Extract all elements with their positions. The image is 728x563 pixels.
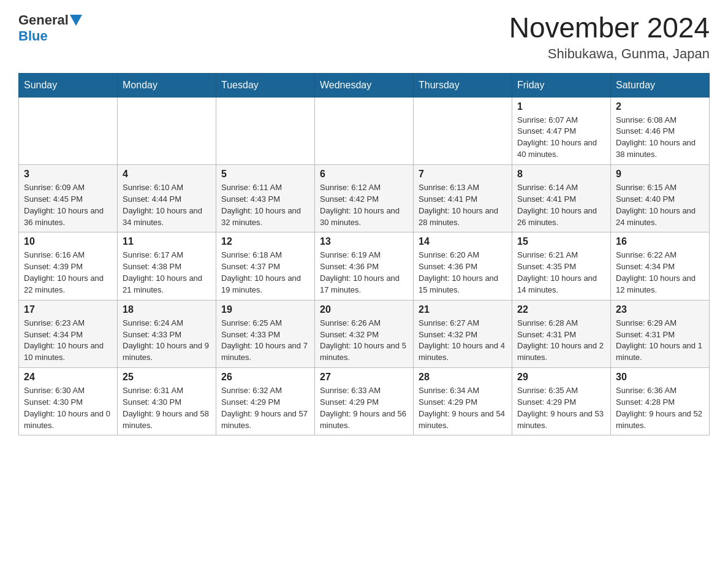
day-number: 26 [221,372,309,383]
day-number: 30 [616,372,704,383]
day-number: 29 [517,372,605,383]
page-header: General Blue November 2024 Shibukawa, Gu… [18,12,710,62]
day-number: 18 [123,304,211,315]
day-info: Sunrise: 6:16 AMSunset: 4:39 PMDaylight:… [24,250,112,296]
calendar-day-cell: 24Sunrise: 6:30 AMSunset: 4:30 PMDayligh… [19,368,118,435]
day-number: 10 [24,236,112,247]
calendar-day-cell: 13Sunrise: 6:19 AMSunset: 4:36 PMDayligh… [315,232,414,300]
calendar-day-cell: 3Sunrise: 6:09 AMSunset: 4:45 PMDaylight… [19,164,118,232]
day-info: Sunrise: 6:23 AMSunset: 4:34 PMDaylight:… [24,318,112,364]
calendar-day-cell: 12Sunrise: 6:18 AMSunset: 4:37 PMDayligh… [216,232,315,300]
calendar-day-cell: 11Sunrise: 6:17 AMSunset: 4:38 PMDayligh… [118,232,216,300]
day-info: Sunrise: 6:25 AMSunset: 4:33 PMDaylight:… [221,318,309,364]
weekday-header-wednesday: Wednesday [315,73,414,97]
calendar-body: 1Sunrise: 6:07 AMSunset: 4:47 PMDaylight… [19,97,710,435]
calendar-day-cell: 17Sunrise: 6:23 AMSunset: 4:34 PMDayligh… [19,300,118,367]
day-info: Sunrise: 6:12 AMSunset: 4:42 PMDaylight:… [320,182,408,228]
day-number: 9 [616,169,704,180]
calendar-day-cell: 15Sunrise: 6:21 AMSunset: 4:35 PMDayligh… [512,232,611,300]
calendar-day-cell: 25Sunrise: 6:31 AMSunset: 4:30 PMDayligh… [118,368,216,435]
calendar-header: SundayMondayTuesdayWednesdayThursdayFrid… [19,73,710,97]
day-info: Sunrise: 6:11 AMSunset: 4:43 PMDaylight:… [221,182,309,228]
calendar-day-cell: 7Sunrise: 6:13 AMSunset: 4:41 PMDaylight… [414,164,512,232]
calendar-day-cell: 8Sunrise: 6:14 AMSunset: 4:41 PMDaylight… [512,164,611,232]
day-number: 22 [517,304,605,315]
day-info: Sunrise: 6:24 AMSunset: 4:33 PMDaylight:… [123,318,211,364]
calendar-day-cell: 19Sunrise: 6:25 AMSunset: 4:33 PMDayligh… [216,300,315,367]
logo-triangle-icon [70,15,82,26]
day-number: 27 [320,372,408,383]
calendar-day-cell [216,97,315,164]
calendar-day-cell: 30Sunrise: 6:36 AMSunset: 4:28 PMDayligh… [611,368,710,435]
day-info: Sunrise: 6:28 AMSunset: 4:31 PMDaylight:… [517,318,605,364]
calendar-day-cell [315,97,414,164]
day-info: Sunrise: 6:21 AMSunset: 4:35 PMDaylight:… [517,250,605,296]
day-info: Sunrise: 6:22 AMSunset: 4:34 PMDaylight:… [616,250,704,296]
day-number: 14 [419,236,507,247]
calendar-day-cell: 29Sunrise: 6:35 AMSunset: 4:29 PMDayligh… [512,368,611,435]
day-number: 23 [616,304,704,315]
logo-general-text: General [18,12,69,28]
calendar-day-cell [19,97,118,164]
weekday-header-monday: Monday [118,73,216,97]
calendar-day-cell: 26Sunrise: 6:32 AMSunset: 4:29 PMDayligh… [216,368,315,435]
day-number: 1 [517,101,605,112]
day-info: Sunrise: 6:10 AMSunset: 4:44 PMDaylight:… [123,182,211,228]
day-number: 28 [419,372,507,383]
calendar-day-cell: 18Sunrise: 6:24 AMSunset: 4:33 PMDayligh… [118,300,216,367]
day-number: 19 [221,304,309,315]
day-number: 12 [221,236,309,247]
calendar-day-cell: 21Sunrise: 6:27 AMSunset: 4:32 PMDayligh… [414,300,512,367]
day-info: Sunrise: 6:18 AMSunset: 4:37 PMDaylight:… [221,250,309,296]
day-number: 20 [320,304,408,315]
weekday-header-sunday: Sunday [19,73,118,97]
calendar-week-row: 24Sunrise: 6:30 AMSunset: 4:30 PMDayligh… [19,368,710,435]
calendar-day-cell: 6Sunrise: 6:12 AMSunset: 4:42 PMDaylight… [315,164,414,232]
day-info: Sunrise: 6:14 AMSunset: 4:41 PMDaylight:… [517,182,605,228]
day-number: 6 [320,169,408,180]
weekday-header-tuesday: Tuesday [216,73,315,97]
day-info: Sunrise: 6:27 AMSunset: 4:32 PMDaylight:… [419,318,507,364]
day-info: Sunrise: 6:09 AMSunset: 4:45 PMDaylight:… [24,182,112,228]
calendar-day-cell: 10Sunrise: 6:16 AMSunset: 4:39 PMDayligh… [19,232,118,300]
weekday-header-thursday: Thursday [414,73,512,97]
calendar-week-row: 3Sunrise: 6:09 AMSunset: 4:45 PMDaylight… [19,164,710,232]
title-block: November 2024 Shibukawa, Gunma, Japan [509,12,710,62]
day-number: 11 [123,236,211,247]
day-number: 5 [221,169,309,180]
day-number: 25 [123,372,211,383]
calendar-week-row: 1Sunrise: 6:07 AMSunset: 4:47 PMDaylight… [19,97,710,164]
calendar-day-cell: 4Sunrise: 6:10 AMSunset: 4:44 PMDaylight… [118,164,216,232]
day-number: 4 [123,169,211,180]
day-number: 7 [419,169,507,180]
day-info: Sunrise: 6:30 AMSunset: 4:30 PMDaylight:… [24,385,112,431]
day-info: Sunrise: 6:17 AMSunset: 4:38 PMDaylight:… [123,250,211,296]
day-info: Sunrise: 6:07 AMSunset: 4:47 PMDaylight:… [517,115,605,161]
month-title: November 2024 [509,12,710,44]
calendar-day-cell: 23Sunrise: 6:29 AMSunset: 4:31 PMDayligh… [611,300,710,367]
day-info: Sunrise: 6:29 AMSunset: 4:31 PMDaylight:… [616,318,704,364]
logo-blue-text: Blue [18,28,48,44]
weekday-header-friday: Friday [512,73,611,97]
day-info: Sunrise: 6:13 AMSunset: 4:41 PMDaylight:… [419,182,507,228]
day-info: Sunrise: 6:26 AMSunset: 4:32 PMDaylight:… [320,318,408,364]
calendar-week-row: 17Sunrise: 6:23 AMSunset: 4:34 PMDayligh… [19,300,710,367]
calendar-day-cell: 9Sunrise: 6:15 AMSunset: 4:40 PMDaylight… [611,164,710,232]
day-number: 17 [24,304,112,315]
day-number: 16 [616,236,704,247]
calendar-day-cell: 1Sunrise: 6:07 AMSunset: 4:47 PMDaylight… [512,97,611,164]
day-info: Sunrise: 6:19 AMSunset: 4:36 PMDaylight:… [320,250,408,296]
day-number: 24 [24,372,112,383]
day-number: 21 [419,304,507,315]
day-info: Sunrise: 6:35 AMSunset: 4:29 PMDaylight:… [517,385,605,431]
weekday-header-row: SundayMondayTuesdayWednesdayThursdayFrid… [19,73,710,97]
day-info: Sunrise: 6:33 AMSunset: 4:29 PMDaylight:… [320,385,408,431]
day-number: 13 [320,236,408,247]
calendar-day-cell: 20Sunrise: 6:26 AMSunset: 4:32 PMDayligh… [315,300,414,367]
day-info: Sunrise: 6:34 AMSunset: 4:29 PMDaylight:… [419,385,507,431]
calendar-day-cell: 14Sunrise: 6:20 AMSunset: 4:36 PMDayligh… [414,232,512,300]
location-subtitle: Shibukawa, Gunma, Japan [509,46,710,62]
calendar-day-cell: 2Sunrise: 6:08 AMSunset: 4:46 PMDaylight… [611,97,710,164]
calendar-day-cell: 5Sunrise: 6:11 AMSunset: 4:43 PMDaylight… [216,164,315,232]
day-info: Sunrise: 6:32 AMSunset: 4:29 PMDaylight:… [221,385,309,431]
